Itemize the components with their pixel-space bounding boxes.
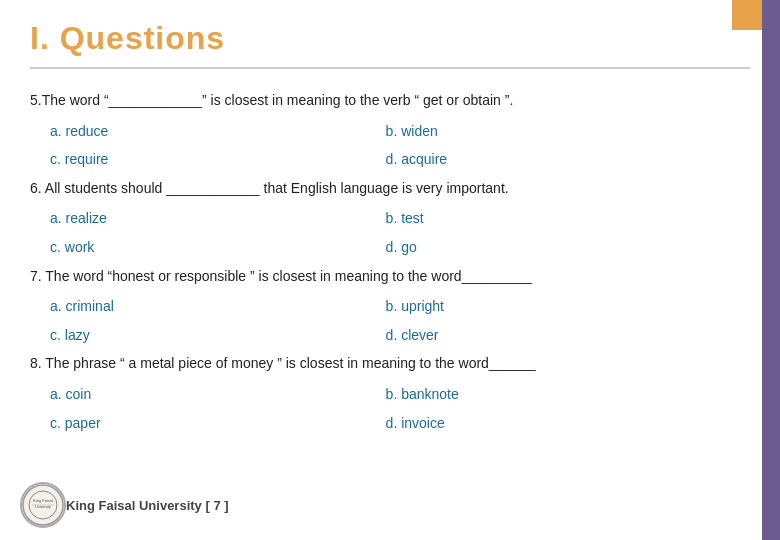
q8-options-cd: c. paper d. invoice (30, 410, 750, 437)
accent-bar (762, 0, 780, 540)
q8-options-ab: a. coin b. banknote (30, 381, 750, 408)
q5-options-cd: c. require d. acquire (30, 146, 750, 173)
q6-options-cd: c. work d. go (30, 234, 750, 261)
q6-option-a: a. realize (30, 205, 376, 232)
question-8: 8. The phrase “ a metal piece of money ”… (30, 350, 750, 377)
question-7: 7. The word “honest or responsible ” is … (30, 263, 750, 290)
q6-option-d: d. go (376, 234, 722, 261)
q7-option-b: b. upright (376, 293, 722, 320)
q7-options-cd: c. lazy d. clever (30, 322, 750, 349)
q5-option-a: a. reduce (30, 118, 376, 145)
q7-option-d: d. clever (376, 322, 722, 349)
q5-option-d: d. acquire (376, 146, 722, 173)
university-name: King Faisal University (66, 498, 202, 513)
q5-text: 5.The word “____________” is closest in … (30, 92, 513, 108)
footer-text: King Faisal University [ 7 ] (66, 498, 229, 513)
q5-option-c: c. require (30, 146, 376, 173)
q8-option-d: d. invoice (376, 410, 722, 437)
q7-option-a: a. criminal (30, 293, 376, 320)
q7-options-ab: a. criminal b. upright (30, 293, 750, 320)
q6-option-b: b. test (376, 205, 722, 232)
q7-text: 7. The word “honest or responsible ” is … (30, 268, 532, 284)
svg-text:King Faisal: King Faisal (33, 498, 53, 503)
top-accent (732, 0, 762, 30)
page-number: 7 (213, 498, 220, 513)
q7-option-c: c. lazy (30, 322, 376, 349)
q6-options-ab: a. realize b. test (30, 205, 750, 232)
svg-text:University: University (35, 505, 51, 509)
content-area: 5.The word “____________” is closest in … (30, 87, 750, 436)
title-section: I. Questions (30, 20, 750, 69)
page-title: I. Questions (30, 20, 750, 57)
university-logo: King Faisal University (20, 482, 66, 528)
q8-option-a: a. coin (30, 381, 376, 408)
q8-option-b: b. banknote (376, 381, 722, 408)
footer: King Faisal University King Faisal Unive… (0, 482, 762, 528)
q6-text: 6. All students should ____________ that… (30, 180, 509, 196)
q8-option-c: c. paper (30, 410, 376, 437)
page-container: I. Questions 5.The word “____________” i… (0, 0, 780, 540)
q8-text: 8. The phrase “ a metal piece of money ”… (30, 355, 536, 371)
q5-options: a. reduce b. widen (30, 118, 750, 145)
footer-bracket-close: ] (224, 498, 228, 513)
question-5: 5.The word “____________” is closest in … (30, 87, 750, 114)
question-6: 6. All students should ____________ that… (30, 175, 750, 202)
q5-option-b: b. widen (376, 118, 722, 145)
q6-option-c: c. work (30, 234, 376, 261)
logo-svg: King Faisal University (22, 484, 64, 526)
